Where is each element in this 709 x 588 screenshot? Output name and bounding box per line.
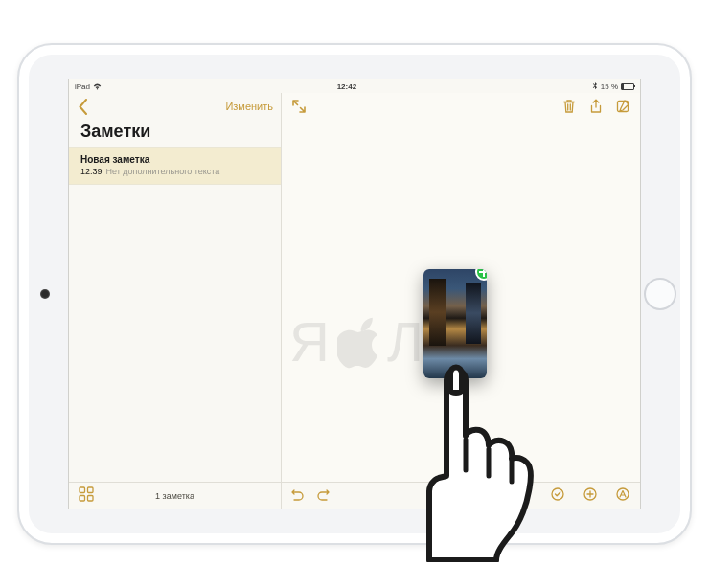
sidebar: Изменить Заметки Новая заметка 12:39Нет …	[69, 93, 282, 509]
note-item-preview: Нет дополнительного текста	[106, 167, 220, 176]
back-button[interactable]	[77, 99, 89, 115]
note-count-label: 1 заметка	[103, 491, 246, 501]
note-item-title: Новая заметка	[80, 154, 269, 165]
status-bar: iPad 12:42 15 %	[69, 79, 640, 93]
attachments-grid-button[interactable]	[79, 486, 94, 506]
front-camera	[40, 289, 50, 299]
battery-icon	[621, 83, 634, 90]
sidebar-toolbar: 1 заметка	[69, 482, 281, 509]
undo-button[interactable]	[291, 487, 305, 505]
svg-rect-0	[80, 487, 85, 493]
compose-button[interactable]	[615, 99, 630, 114]
checklist-button[interactable]	[550, 486, 565, 506]
note-item-time: 12:39	[80, 167, 103, 176]
image-preview	[423, 269, 487, 378]
delete-button[interactable]	[561, 99, 577, 114]
screen: iPad 12:42 15 % Изменить Заметк	[68, 79, 641, 509]
share-icon	[588, 99, 604, 114]
svg-point-7	[617, 488, 629, 500]
sidebar-title: Заметки	[69, 120, 281, 147]
editor-toolbar-bottom	[282, 482, 640, 509]
markup-icon	[615, 486, 630, 502]
markup-button[interactable]	[615, 486, 630, 506]
camera-button[interactable]	[583, 486, 598, 506]
editor-pane: Я Л	[282, 93, 640, 509]
edit-button[interactable]: Изменить	[225, 101, 273, 112]
dragged-image-thumbnail[interactable]	[423, 269, 487, 378]
undo-icon	[291, 487, 305, 501]
editor-toolbar-top	[282, 93, 640, 120]
trash-icon	[561, 99, 577, 114]
note-list-item[interactable]: Новая заметка 12:39Нет дополнительного т…	[69, 147, 281, 185]
ipad-device-frame: iPad 12:42 15 % Изменить Заметк	[17, 43, 692, 545]
wifi-icon	[93, 83, 102, 90]
share-button[interactable]	[588, 99, 604, 114]
camera-plus-icon	[583, 486, 598, 502]
compose-icon	[615, 99, 630, 114]
svg-rect-1	[88, 487, 94, 493]
carrier-label: iPad	[75, 82, 90, 91]
clock: 12:42	[102, 82, 592, 91]
note-body[interactable]: Я Л	[282, 120, 640, 482]
svg-rect-3	[88, 495, 94, 501]
redo-icon	[316, 487, 330, 501]
apple-icon	[337, 315, 383, 369]
redo-button[interactable]	[316, 487, 330, 505]
checklist-icon	[550, 486, 565, 502]
home-button[interactable]	[644, 278, 676, 310]
expand-arrows-icon	[291, 99, 307, 114]
battery-text: 15 %	[601, 82, 618, 91]
chevron-left-icon	[77, 99, 89, 115]
svg-point-5	[552, 488, 563, 500]
expand-button[interactable]	[291, 99, 307, 114]
bluetooth-icon	[592, 82, 598, 90]
svg-rect-2	[80, 495, 85, 501]
watermark: Я Л	[289, 309, 427, 373]
